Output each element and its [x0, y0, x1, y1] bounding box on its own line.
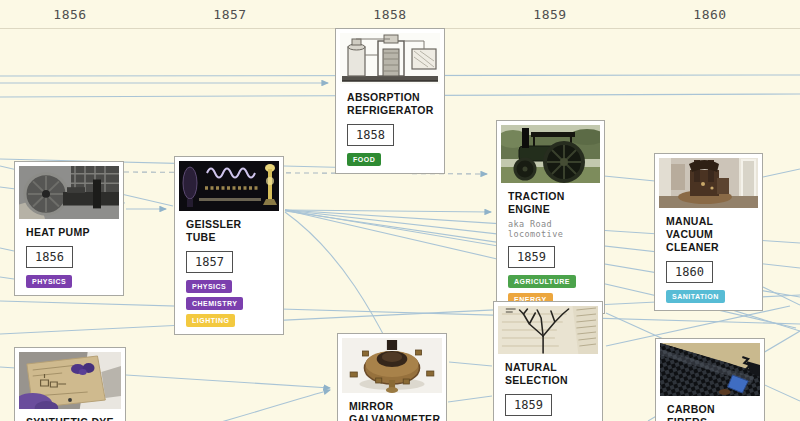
axis-year-label: 1858 [373, 7, 406, 22]
card-title: GEISSLER TUBE [186, 218, 272, 244]
card-title: NATURAL SELECTION [505, 361, 591, 387]
geissler-tube-photo [179, 161, 279, 211]
manual-vacuum-cleaner-photo [659, 158, 758, 208]
card-absorption-refrigerator[interactable]: ABSORPTION REFRIGERATOR 1858 FOOD [335, 28, 445, 174]
card-title: TRACTION ENGINE [508, 190, 593, 216]
year-box: 1859 [508, 246, 555, 268]
traction-engine-photo [501, 125, 600, 183]
card-mirror-galvanometer[interactable]: MIRROR GALVANOMETER [337, 333, 447, 421]
card-geissler-tube[interactable]: GEISSLER TUBE 1857 PHYSICS CHEMISTRY LIG… [174, 156, 284, 335]
card-synthetic-dye[interactable]: SYNTHETIC DYE [14, 347, 126, 421]
year-box: 1856 [26, 246, 73, 268]
carbon-fibers-photo [660, 343, 760, 396]
category-badge: PHYSICS [186, 280, 232, 293]
card-title: ABSORPTION REFRIGERATOR [347, 91, 433, 117]
card-heat-pump[interactable]: HEAT PUMP 1856 PHYSICS [14, 161, 124, 296]
category-badge: PHYSICS [26, 275, 72, 288]
heat-pump-photo [19, 166, 119, 219]
category-badge: SANITATION [666, 290, 725, 303]
year-box: 1860 [666, 261, 713, 283]
category-badge: FOOD [347, 153, 381, 166]
card-manual-vacuum-cleaner[interactable]: MANUAL VACUUM CLEANER 1860 SANITATION [654, 153, 763, 311]
year-box: 1858 [347, 124, 394, 146]
natural-selection-sketch [498, 306, 598, 354]
absorption-refrigerator-drawing [340, 33, 440, 84]
category-badge: AGRICULTURE [508, 275, 576, 288]
year-box: 1857 [186, 251, 233, 273]
axis-year-label: 1859 [533, 7, 566, 22]
mirror-galvanometer-photo [342, 338, 442, 393]
axis-year-label: 1857 [213, 7, 246, 22]
category-badge: LIGHTING [186, 314, 235, 327]
card-natural-selection[interactable]: NATURAL SELECTION 1859 BIOLOGY [493, 301, 603, 421]
card-title: SYNTHETIC DYE [26, 416, 114, 421]
card-traction-engine[interactable]: TRACTION ENGINE aka Road locomotive 1859… [496, 120, 605, 314]
card-title: MANUAL VACUUM CLEANER [666, 215, 751, 254]
category-badge: CHEMISTRY [186, 297, 243, 310]
year-box: 1859 [505, 394, 552, 416]
card-carbon-fibers[interactable]: CARBON FIBERS [655, 338, 765, 421]
card-title: MIRROR GALVANOMETER [349, 400, 435, 421]
synthetic-dye-photo [19, 352, 121, 409]
card-title: CARBON FIBERS [667, 403, 753, 421]
axis-year-label: 1860 [693, 7, 726, 22]
card-subtitle: aka Road locomotive [508, 219, 593, 239]
axis-year-label: 1856 [53, 7, 86, 22]
card-title: HEAT PUMP [26, 226, 112, 239]
